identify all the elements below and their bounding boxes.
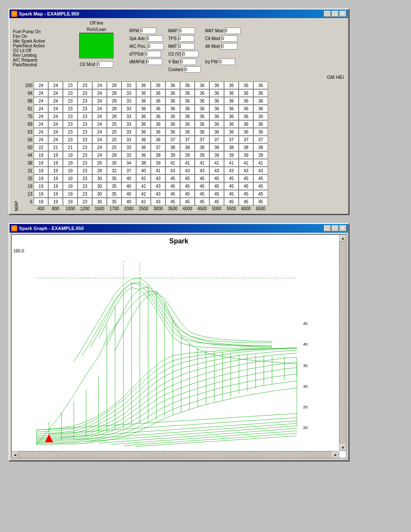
map-cell[interactable]: 39 — [180, 151, 195, 159]
map-cell[interactable]: 45 — [239, 190, 253, 198]
map-cell[interactable]: 45 — [224, 198, 239, 205]
map-cell[interactable]: 41 — [224, 159, 239, 167]
iac-pos-input[interactable] — [147, 43, 164, 50]
map-cell[interactable]: 36 — [165, 105, 180, 112]
map-cell[interactable]: 36 — [165, 81, 180, 89]
map-cell[interactable]: 37 — [209, 136, 224, 143]
map-cell[interactable]: 30 — [92, 190, 107, 198]
map-cell[interactable]: 22 — [34, 143, 48, 151]
map-cell[interactable]: 24 — [48, 112, 63, 120]
map-cell[interactable]: 36 — [136, 97, 151, 105]
map-cell[interactable]: 21 — [63, 143, 78, 151]
map-cell[interactable]: 30 — [107, 159, 121, 167]
map-cell[interactable]: 23 — [78, 97, 92, 105]
map-cell[interactable]: 39 — [253, 151, 268, 159]
map-cell[interactable]: 33 — [121, 112, 136, 120]
map-cell[interactable]: 28 — [92, 167, 107, 174]
map-cell[interactable]: 45 — [209, 198, 224, 205]
dtpsdt-input[interactable] — [145, 51, 161, 57]
map-cell[interactable]: 36 — [136, 120, 151, 128]
map-cell[interactable]: 24 — [48, 105, 63, 112]
map-cell[interactable]: 28 — [107, 89, 121, 97]
map-cell[interactable]: 19 — [34, 167, 48, 174]
map-cell[interactable]: 24 — [92, 136, 107, 143]
map-cell[interactable]: 19 — [34, 159, 48, 167]
map-cell[interactable]: 38 — [180, 143, 195, 151]
alt-mod-input[interactable] — [221, 43, 237, 50]
map-cell[interactable]: 36 — [151, 128, 165, 136]
map-cell[interactable]: 45 — [180, 198, 195, 205]
map-cell[interactable]: 36 — [239, 112, 253, 120]
scroll-up-button[interactable]: ▲ — [339, 235, 346, 242]
map-cell[interactable]: 39 — [239, 151, 253, 159]
map-cell[interactable]: 38 — [165, 143, 180, 151]
map-cell[interactable]: 35 — [107, 190, 121, 198]
map-cell[interactable]: 24 — [48, 136, 63, 143]
map-cell[interactable]: 45 — [180, 174, 195, 182]
map-cell[interactable]: 43 — [165, 167, 180, 174]
map-cell[interactable]: 36 — [195, 89, 209, 97]
map-cell[interactable]: 36 — [209, 81, 224, 89]
close-button[interactable]: ✕ — [339, 11, 346, 17]
map-cell[interactable]: 25 — [107, 120, 121, 128]
coolant-input[interactable] — [184, 66, 201, 73]
map-cell[interactable]: 19 — [48, 198, 63, 205]
map-cell[interactable]: 45 — [253, 182, 268, 190]
map-cell[interactable]: 24 — [34, 128, 48, 136]
map-cell[interactable]: 40 — [136, 167, 151, 174]
map-cell[interactable]: 36 — [239, 81, 253, 89]
map-cell[interactable]: 36 — [180, 128, 195, 136]
mat-input[interactable] — [178, 43, 195, 50]
map-cell[interactable]: 35 — [107, 198, 121, 205]
map-cell[interactable]: 19 — [34, 182, 48, 190]
map-cell[interactable]: 45 — [209, 190, 224, 198]
map-cell[interactable]: 41 — [180, 159, 195, 167]
map-cell[interactable]: 24 — [92, 120, 107, 128]
map-cell[interactable]: 25 — [107, 128, 121, 136]
map-cell[interactable]: 23 — [78, 136, 92, 143]
map-cell[interactable]: 33 — [121, 81, 136, 89]
map-cell[interactable]: 23 — [78, 81, 92, 89]
map-cell[interactable]: 36 — [209, 128, 224, 136]
map-cell[interactable]: 19 — [63, 167, 78, 174]
map-cell[interactable]: 23 — [78, 112, 92, 120]
map-cell[interactable]: 36 — [195, 128, 209, 136]
map-cell[interactable]: 24 — [92, 143, 107, 151]
map-cell[interactable]: 43 — [151, 190, 165, 198]
vbat-input[interactable] — [180, 59, 196, 65]
map-cell[interactable]: 19 — [48, 190, 63, 198]
map-cell[interactable]: 41 — [165, 159, 180, 167]
map-cell[interactable]: 33 — [121, 128, 136, 136]
map-cell[interactable]: 23 — [63, 89, 78, 97]
map-cell[interactable]: 36 — [224, 81, 239, 89]
map-cell[interactable]: 24 — [34, 89, 48, 97]
tps-input[interactable] — [178, 35, 194, 42]
map-cell[interactable]: 34 — [121, 159, 136, 167]
map-cell[interactable]: 38 — [136, 159, 151, 167]
map-cell[interactable]: 24 — [48, 81, 63, 89]
map-cell[interactable]: 36 — [136, 112, 151, 120]
map-cell[interactable]: 28 — [107, 151, 121, 159]
map-cell[interactable]: 24 — [92, 81, 107, 89]
map-cell[interactable]: 28 — [107, 97, 121, 105]
map-cell[interactable]: 24 — [34, 105, 48, 112]
map-input[interactable] — [179, 28, 195, 34]
map-cell[interactable]: 19 — [63, 174, 78, 182]
map-cell[interactable]: 36 — [224, 105, 239, 112]
map-cell[interactable]: 19 — [63, 190, 78, 198]
map-cell[interactable]: 26 — [92, 159, 107, 167]
map-cell[interactable]: 40 — [121, 198, 136, 205]
map-cell[interactable]: 25 — [107, 136, 121, 143]
map-cell[interactable]: 36 — [195, 81, 209, 89]
map-cell[interactable]: 42 — [136, 182, 151, 190]
map-cell[interactable]: 45 — [165, 190, 180, 198]
map-cell[interactable]: 36 — [151, 112, 165, 120]
map-cell[interactable]: 23 — [78, 128, 92, 136]
map-cell[interactable]: 43 — [224, 167, 239, 174]
map-cell[interactable]: 45 — [180, 182, 195, 190]
map-cell[interactable]: 45 — [209, 174, 224, 182]
map-cell[interactable]: 36 — [180, 97, 195, 105]
map-cell[interactable]: 45 — [253, 198, 268, 205]
map-cell[interactable]: 24 — [48, 97, 63, 105]
map-cell[interactable]: 23 — [63, 120, 78, 128]
